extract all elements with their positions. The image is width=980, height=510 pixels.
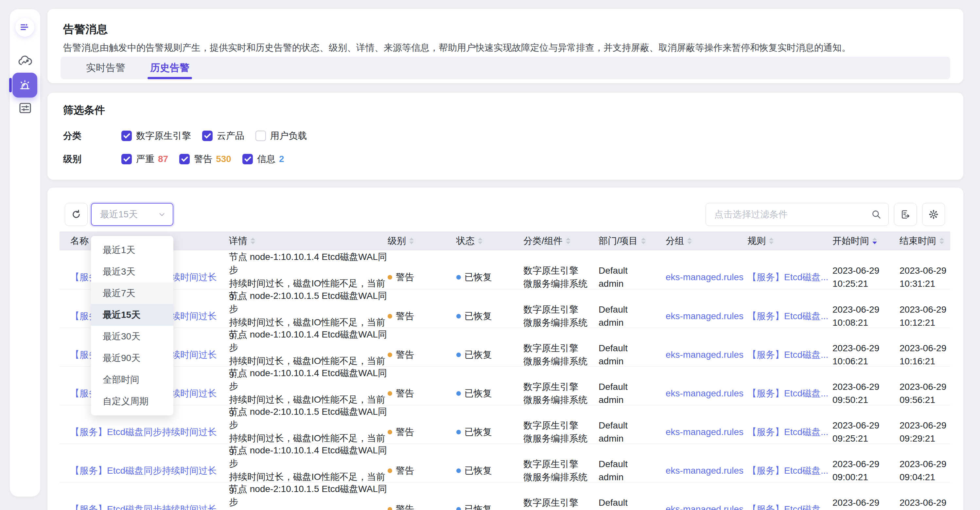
sidebar-item-alerts-active[interactable] bbox=[13, 73, 37, 97]
sidebar-item-settings[interactable] bbox=[10, 100, 40, 116]
time-option-最近7天[interactable]: 最近7天 bbox=[91, 282, 173, 304]
sort-icon[interactable] bbox=[566, 237, 571, 244]
category-cell: 数字原生引擎微服务编排系统 bbox=[523, 264, 598, 290]
column-header-部门/项目[interactable]: 部门/项目 bbox=[598, 235, 666, 247]
group-cell: eks-managed.rules bbox=[666, 504, 748, 510]
alert-name-link[interactable]: 【服务】Etcd磁盘同步持续时间过长 bbox=[70, 465, 217, 476]
column-header-详情[interactable]: 详情 bbox=[229, 235, 388, 247]
tab-realtime-alerts[interactable]: 实时告警 bbox=[73, 57, 138, 79]
sort-icon[interactable] bbox=[769, 237, 773, 244]
status-dot bbox=[456, 352, 461, 357]
level-cell: 警告 bbox=[388, 349, 456, 361]
checkbox-信息[interactable]: 信息2 bbox=[242, 153, 284, 165]
checkbox-label: 信息 bbox=[257, 153, 275, 165]
sort-icon[interactable] bbox=[641, 237, 646, 244]
rule-link[interactable]: 【服务】Etcd磁盘... bbox=[748, 311, 828, 321]
rule-link[interactable]: 【服务】Etcd磁盘... bbox=[748, 465, 828, 476]
end-time-cell: 2023-06-2909:04:21 bbox=[899, 457, 950, 484]
status-cell: 已恢复 bbox=[456, 271, 523, 284]
checkbox-label: 云产品 bbox=[217, 130, 244, 142]
rule-group-link[interactable]: eks-managed.rules bbox=[666, 427, 743, 437]
checkbox-label: 严重 bbox=[136, 153, 154, 165]
detail-cell: 节点 node-2:10.10.1.5 Etcd磁盘WAL同步持续时间过长，磁盘… bbox=[229, 483, 388, 510]
tab-history-alerts[interactable]: 历史告警 bbox=[138, 57, 202, 79]
collapse-menu-button[interactable] bbox=[15, 18, 34, 37]
table-settings-button[interactable] bbox=[922, 203, 945, 226]
alert-message-card: 告警消息 告警消息由触发中的告警规则产生，提供实时和历史告警的状态、级别、详情、… bbox=[48, 9, 963, 83]
search-icon[interactable] bbox=[871, 209, 882, 220]
dept-cell: Defaultadmin bbox=[598, 264, 666, 290]
name-cell: 【服务】Etcd磁盘同步持续时间过长 bbox=[70, 503, 229, 510]
table-row: 【服务】Etcd磁盘同步持续时间过长节点 node-2:10.10.1.5 Et… bbox=[59, 289, 950, 328]
level-cell: 警告 bbox=[388, 426, 456, 438]
status-dot bbox=[456, 469, 461, 473]
active-tab-underline bbox=[148, 77, 192, 79]
rule-link[interactable]: 【服务】Etcd磁盘... bbox=[748, 504, 828, 510]
export-button[interactable] bbox=[894, 203, 917, 226]
checkbox-严重[interactable]: 严重87 bbox=[121, 153, 168, 165]
status-dot bbox=[388, 391, 392, 396]
checkbox-云产品[interactable]: 云产品 bbox=[202, 130, 244, 142]
time-option-自定义周期[interactable]: 自定义周期 bbox=[91, 390, 173, 412]
search-input[interactable] bbox=[714, 209, 871, 220]
rule-link[interactable]: 【服务】Etcd磁盘... bbox=[748, 427, 828, 437]
group-cell: eks-managed.rules bbox=[666, 350, 748, 360]
sort-icon[interactable] bbox=[872, 237, 877, 244]
name-cell: 【服务】Etcd磁盘同步持续时间过长 bbox=[70, 464, 229, 477]
rule-link[interactable]: 【服务】Etcd磁盘... bbox=[748, 350, 828, 360]
rule-group-link[interactable]: eks-managed.rules bbox=[666, 350, 743, 360]
rule-group-link[interactable]: eks-managed.rules bbox=[666, 388, 743, 398]
time-option-最近30天[interactable]: 最近30天 bbox=[91, 326, 173, 347]
rule-group-link[interactable]: eks-managed.rules bbox=[666, 504, 743, 510]
checkbox-icon bbox=[121, 131, 132, 141]
checkbox-count: 87 bbox=[158, 154, 168, 164]
refresh-button[interactable] bbox=[65, 203, 88, 226]
dept-cell: Defaultadmin bbox=[598, 342, 666, 368]
rule-link[interactable]: 【服务】Etcd磁盘... bbox=[748, 272, 828, 282]
checkbox-用户负载[interactable]: 用户负载 bbox=[256, 130, 307, 142]
time-option-最近1天[interactable]: 最近1天 bbox=[91, 239, 173, 261]
end-time-cell: 2023-06-2910:16:21 bbox=[899, 342, 950, 368]
time-option-全部时间[interactable]: 全部时间 bbox=[91, 369, 173, 390]
sidebar-item-monitor[interactable] bbox=[10, 54, 40, 69]
checkbox-count: 2 bbox=[279, 154, 284, 164]
rule-group-link[interactable]: eks-managed.rules bbox=[666, 272, 743, 282]
start-time-cell: 2023-06-2909:50:21 bbox=[832, 380, 899, 406]
time-option-最近15天[interactable]: 最近15天 bbox=[91, 304, 173, 326]
checkbox-警告[interactable]: 警告530 bbox=[179, 153, 231, 165]
column-label: 状态 bbox=[456, 235, 475, 247]
page-description: 告警消息由触发中的告警规则产生，提供实时和历史告警的状态、级别、详情、来源等信息… bbox=[63, 41, 851, 54]
column-header-开始时间[interactable]: 开始时间 bbox=[832, 235, 899, 247]
rule-link[interactable]: 【服务】Etcd磁盘... bbox=[748, 388, 828, 398]
group-cell: eks-managed.rules bbox=[666, 311, 748, 322]
category-cell: 数字原生引擎微服务编排系统 bbox=[523, 496, 598, 510]
sort-icon[interactable] bbox=[478, 237, 482, 244]
checkbox-数字原生引擎[interactable]: 数字原生引擎 bbox=[121, 130, 191, 142]
time-option-最近3天[interactable]: 最近3天 bbox=[91, 261, 173, 282]
time-option-最近90天[interactable]: 最近90天 bbox=[91, 347, 173, 369]
column-header-级别[interactable]: 级别 bbox=[388, 235, 456, 247]
status-dot bbox=[388, 275, 392, 280]
rule-cell: 【服务】Etcd磁盘... bbox=[748, 464, 832, 477]
rule-group-link[interactable]: eks-managed.rules bbox=[666, 311, 743, 321]
sort-icon[interactable] bbox=[687, 237, 692, 244]
column-header-分类/组件[interactable]: 分类/组件 bbox=[523, 235, 598, 247]
alert-name-link[interactable]: 【服务】Etcd磁盘同步持续时间过长 bbox=[70, 504, 217, 510]
level-cell: 警告 bbox=[388, 503, 456, 510]
column-header-状态[interactable]: 状态 bbox=[456, 235, 523, 247]
checkbox-icon bbox=[202, 131, 213, 141]
gear-icon bbox=[928, 209, 939, 220]
column-header-结束时间[interactable]: 结束时间 bbox=[899, 235, 950, 247]
dept-cell: Defaultadmin bbox=[598, 380, 666, 406]
time-range-select[interactable]: 最近15天 bbox=[91, 203, 173, 226]
column-header-规则[interactable]: 规则 bbox=[748, 235, 832, 247]
column-header-分组[interactable]: 分组 bbox=[666, 235, 748, 247]
chevron-down-icon bbox=[158, 210, 166, 219]
sort-icon[interactable] bbox=[939, 237, 944, 244]
sort-icon[interactable] bbox=[409, 237, 414, 244]
alert-name-link[interactable]: 【服务】Etcd磁盘同步持续时间过长 bbox=[70, 427, 217, 437]
end-time-cell: 2023-06-2908:59:21 bbox=[899, 496, 950, 510]
level-cell: 警告 bbox=[388, 271, 456, 284]
sort-icon[interactable] bbox=[251, 237, 255, 244]
rule-group-link[interactable]: eks-managed.rules bbox=[666, 465, 743, 476]
